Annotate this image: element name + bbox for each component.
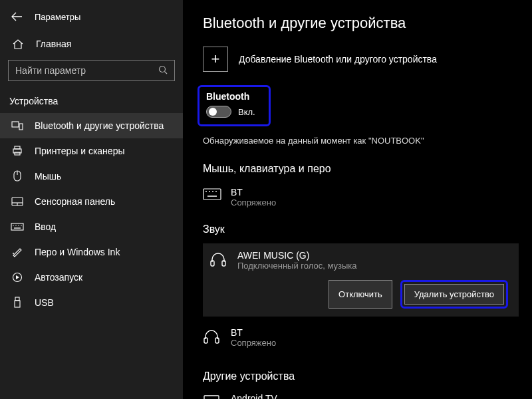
toggle-knob	[209, 108, 217, 116]
add-device-box[interactable]: +	[203, 47, 228, 72]
svg-point-18	[13, 253, 14, 254]
device-status: Сопряжено	[231, 338, 276, 348]
headphones-icon	[203, 329, 227, 344]
sidebar-item-label: Мышь	[35, 171, 61, 182]
svg-rect-5	[15, 146, 20, 149]
printer-icon	[11, 145, 24, 157]
bluetooth-toggle-block: Bluetooth Вкл.	[198, 85, 271, 126]
sidebar: Параметры Главная Устройства Bluetoot	[0, 0, 183, 399]
svg-point-26	[212, 191, 213, 192]
svg-point-0	[160, 66, 166, 72]
search-box[interactable]	[8, 60, 175, 81]
keyboard-icon	[203, 188, 227, 200]
device-row-androidtv[interactable]: Android TV	[203, 389, 519, 399]
sidebar-item-usb[interactable]: USB	[0, 290, 183, 315]
add-device-label: Добавление Bluetooth или другого устройс…	[239, 54, 437, 65]
device-name: BT	[231, 327, 276, 338]
mouse-icon	[11, 170, 24, 182]
bluetooth-toggle[interactable]	[206, 106, 231, 118]
remove-button-highlight: Удалить устройство	[400, 280, 508, 309]
svg-point-14	[13, 225, 13, 225]
sidebar-item-label: Автозапуск	[35, 272, 82, 283]
svg-rect-3	[19, 124, 23, 130]
home-label: Главная	[36, 39, 71, 49]
svg-rect-32	[204, 396, 219, 399]
back-arrow-icon[interactable]	[11, 11, 23, 23]
device-text: AWEI MUSIC (G) Подключенный голос, музык…	[237, 250, 357, 271]
keyboard-icon	[11, 221, 24, 233]
svg-rect-20	[15, 297, 19, 301]
disconnect-button[interactable]: Отключить	[329, 280, 392, 309]
sidebar-item-label: Перо и Windows Ink	[35, 247, 120, 257]
sidebar-item-label: Сенсорная панель	[35, 196, 115, 207]
sound-card-wrap: AWEI MUSIC (G) Подключенный голос, музык…	[203, 243, 519, 317]
bluetooth-state-label: Вкл.	[238, 107, 255, 117]
button-row: Отключить Удалить устройство	[209, 280, 511, 309]
nav-list: Bluetooth и другие устройства Принтеры и…	[0, 113, 183, 315]
sidebar-header: Параметры	[0, 11, 183, 32]
sidebar-item-label: Ввод	[35, 221, 56, 232]
svg-point-25	[209, 191, 210, 192]
svg-point-27	[215, 191, 217, 192]
device-text: BT Сопряжено	[231, 187, 276, 207]
sidebar-item-mouse[interactable]: Мышь	[0, 164, 183, 189]
monitor-icon	[203, 394, 227, 399]
other-devices-heading: Другие устройства	[203, 370, 519, 382]
device-text: Android TV	[231, 393, 277, 399]
page-title: Bluetooth и другие устройства	[203, 15, 519, 32]
svg-rect-21	[15, 301, 20, 307]
sidebar-item-label: USB	[35, 297, 54, 308]
discoverable-text: Обнаруживаемое на данный момент как "NOU…	[203, 136, 519, 146]
add-device-row[interactable]: + Добавление Bluetooth или другого устро…	[203, 47, 519, 72]
bluetooth-toggle-row: Вкл.	[206, 106, 262, 118]
device-name: BT	[231, 187, 276, 198]
sidebar-item-printers[interactable]: Принтеры и сканеры	[0, 138, 183, 164]
sidebar-item-autoplay[interactable]: Автозапуск	[0, 265, 183, 290]
sidebar-item-label: Bluetooth и другие устройства	[35, 120, 164, 131]
device-text: BT Сопряжено	[231, 327, 276, 348]
sidebar-item-typing[interactable]: Ввод	[0, 214, 183, 239]
svg-point-16	[18, 225, 19, 225]
mouse-section-heading: Мышь, клавиатура и перо	[203, 163, 519, 175]
svg-rect-22	[203, 189, 221, 200]
sidebar-item-touchpad[interactable]: Сенсорная панель	[0, 189, 183, 214]
sidebar-item-bluetooth[interactable]: Bluetooth и другие устройства	[0, 113, 183, 138]
sidebar-section-label: Устройства	[0, 90, 183, 113]
device-name: AWEI MUSIC (G)	[237, 250, 357, 261]
sound-device-card[interactable]: AWEI MUSIC (G) Подключенный голос, музык…	[203, 243, 519, 317]
sound-section: Звук AWEI MUSIC (G) Подключенный голос, …	[203, 223, 519, 357]
search-input[interactable]	[15, 65, 158, 76]
pen-icon	[11, 246, 24, 258]
touchpad-icon	[11, 196, 24, 207]
main-panel: Bluetooth и другие устройства + Добавлен…	[183, 0, 532, 399]
device-name: Android TV	[231, 393, 277, 399]
bluetooth-heading: Bluetooth	[206, 91, 262, 102]
svg-rect-12	[11, 223, 23, 230]
sidebar-item-label: Принтеры и сканеры	[35, 146, 124, 156]
svg-rect-2	[12, 122, 19, 127]
plus-icon: +	[211, 52, 220, 66]
svg-line-1	[165, 72, 168, 74]
sound-section-heading: Звук	[203, 223, 519, 235]
home-icon	[12, 39, 25, 49]
devices-icon	[11, 120, 24, 132]
device-row-keyboard[interactable]: BT Сопряжено	[203, 183, 519, 217]
sidebar-item-pen[interactable]: Перо и Windows Ink	[0, 239, 183, 265]
device-row-bt-audio[interactable]: BT Сопряжено	[203, 323, 519, 357]
device-status: Подключенный голос, музыка	[237, 261, 357, 271]
search-icon	[158, 65, 169, 76]
usb-icon	[11, 297, 24, 309]
search-wrap	[0, 56, 183, 90]
svg-point-15	[15, 225, 16, 225]
svg-point-24	[205, 191, 207, 192]
remove-device-button[interactable]: Удалить устройство	[404, 284, 504, 305]
autoplay-icon	[11, 271, 24, 283]
window-title: Параметры	[35, 12, 80, 22]
sidebar-home[interactable]: Главная	[0, 32, 183, 56]
device-status: Сопряжено	[231, 198, 276, 207]
svg-point-17	[21, 225, 21, 225]
headphones-icon	[209, 251, 233, 267]
